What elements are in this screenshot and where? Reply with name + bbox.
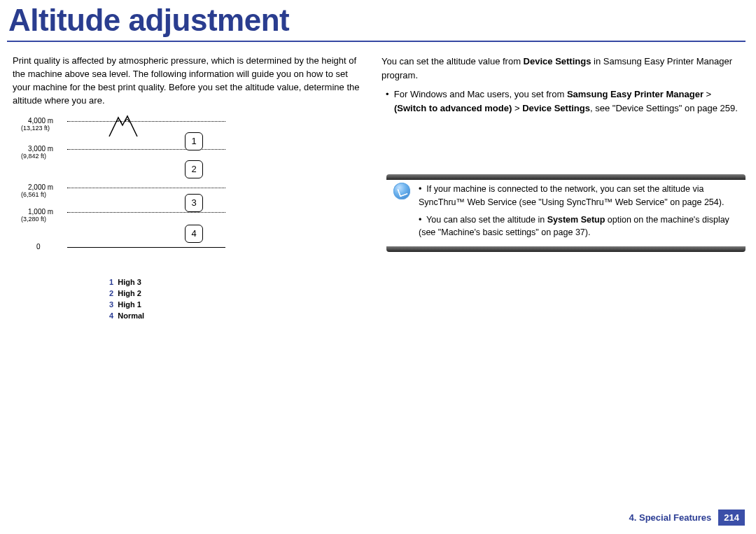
windows-mac-bullet: • For Windows and Mac users, you set fro…: [382, 87, 746, 115]
zone-box: 3: [185, 194, 203, 212]
page-title: Altitude adjustment: [8, 3, 289, 38]
dotted-rule: [67, 188, 225, 188]
altitude-feet: (3,280 ft): [21, 216, 46, 223]
note-content: • If your machine is connected to the ne…: [386, 180, 746, 242]
zone-box: 2: [185, 160, 203, 178]
legend-row: 4 Normal: [109, 311, 144, 322]
legend-row: 3 High 1: [109, 300, 144, 311]
left-column: Print quality is affected by atmospheric…: [13, 55, 366, 257]
legend-row: 2 High 2: [109, 288, 144, 300]
altitude-feet: (13,123 ft): [21, 125, 50, 132]
altitude-legend: 1 High 3 2 High 2 3 High 1 4 Normal: [109, 277, 144, 322]
dotted-rule: [67, 212, 225, 213]
altitude-meters: 1,000 m: [28, 208, 53, 216]
solid-rule: [67, 247, 225, 248]
note-bar-bottom: [386, 246, 746, 252]
note-bullet: • You can also set the altitude in Syste…: [419, 213, 740, 240]
page-footer: 4. Special Features 214: [629, 510, 745, 526]
altitude-meters: 2,000 m: [28, 183, 53, 191]
mountain-icon: [106, 113, 141, 138]
dotted-rule: [67, 121, 225, 122]
note-icon: [393, 183, 410, 199]
altitude-feet: (6,561 ft): [21, 191, 46, 198]
zone-box: 4: [185, 225, 203, 243]
intro-text: Print quality is affected by atmospheric…: [13, 55, 366, 107]
right-column: You can set the altitude value from Devi…: [382, 55, 746, 120]
note-callout: • If your machine is connected to the ne…: [386, 174, 746, 252]
altitude-feet: (9,842 ft): [21, 153, 46, 160]
title-divider: [7, 41, 746, 42]
note-bar-top: [386, 174, 746, 180]
chapter-label: 4. Special Features: [629, 512, 712, 523]
altitude-meters: 4,000 m: [28, 117, 53, 125]
dotted-rule: [67, 149, 225, 150]
page-number: 214: [718, 510, 745, 526]
note-bullet: • If your machine is connected to the ne…: [419, 183, 740, 209]
legend-row: 1 High 3: [109, 277, 144, 288]
zone-box: 1: [185, 132, 203, 150]
set-altitude-line: You can set the altitude value from Devi…: [382, 55, 746, 82]
altitude-zero: 0: [36, 243, 41, 251]
altitude-meters: 3,000 m: [28, 145, 53, 153]
altitude-diagram: 4,000 m (13,123 ft) 3,000 m (9,842 ft) 2…: [13, 117, 244, 257]
